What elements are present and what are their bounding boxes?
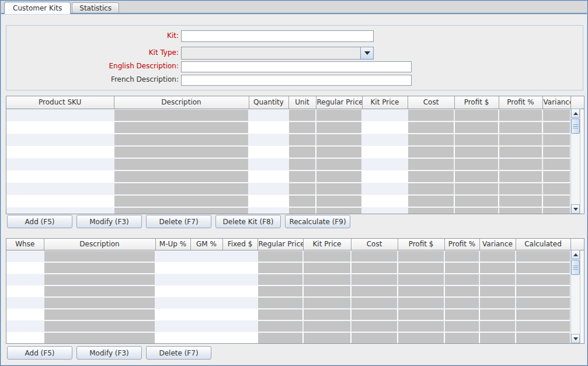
table-cell-cost[interactable] [408,146,454,158]
table-cell-cost[interactable] [351,332,398,344]
table-cell-fixed[interactable] [222,297,258,309]
table-cell-description[interactable] [114,109,249,121]
table-cell-regular-price[interactable] [316,134,362,146]
table-cell-regular-price[interactable] [316,170,362,183]
table-cell-profit[interactable] [398,309,444,320]
column-header-calculated[interactable]: Calculated [516,239,570,250]
table-cell-description[interactable] [114,121,249,134]
table-row[interactable] [6,285,584,297]
table-cell-variance[interactable] [479,320,516,332]
table-cell-profit[interactable] [444,285,479,297]
table-cell-m-up[interactable] [155,274,190,285]
column-header-cost[interactable]: Cost [408,96,454,109]
table-cell-profit[interactable] [454,158,499,170]
table-cell-m-up[interactable] [155,332,190,344]
table-cell-kit-price[interactable] [303,262,351,274]
table-cell-profit[interactable] [499,109,542,121]
table-cell-profit[interactable] [454,207,499,215]
tab-statistics[interactable]: Statistics [72,2,119,13]
table-cell-variance[interactable] [479,309,516,320]
column-header-profit[interactable]: Profit % [499,96,542,109]
table-row[interactable] [6,262,584,274]
table-cell-product-sku[interactable] [6,121,114,134]
table-cell-variance[interactable] [542,146,570,158]
column-header-regular-price[interactable]: Regular Price [258,239,303,250]
table-cell-product-sku[interactable] [6,183,114,195]
table-cell-calculated[interactable] [516,332,570,344]
table-cell-quantity[interactable] [249,183,288,195]
table-cell-m-up[interactable] [155,285,190,297]
column-header-variance[interactable]: Variance [479,239,516,250]
table-cell-whse[interactable] [6,332,44,344]
table-cell-regular-price[interactable] [258,332,303,344]
table-cell-cost[interactable] [408,158,454,170]
column-header-profit[interactable]: Profit $ [398,239,444,250]
table-cell-fixed[interactable] [222,262,258,274]
table-cell-product-sku[interactable] [6,134,114,146]
table-row[interactable] [6,250,584,262]
table-cell-regular-price[interactable] [258,320,303,332]
table-cell-cost[interactable] [351,250,398,262]
table-cell-calculated[interactable] [516,262,570,274]
table-cell-calculated[interactable] [516,285,570,297]
table-cell-profit[interactable] [444,320,479,332]
table-cell-quantity[interactable] [249,170,288,183]
table-cell-regular-price[interactable] [316,195,362,207]
table-cell-cost[interactable] [408,170,454,183]
table-cell-unit[interactable] [288,134,316,146]
add-f5-button[interactable]: Add (F5) [7,346,72,360]
delete-f7-button[interactable]: Delete (F7) [146,346,211,360]
table-cell-kit-price[interactable] [362,121,408,134]
table-cell-regular-price[interactable] [316,183,362,195]
table-cell-description[interactable] [44,309,155,320]
table-cell-profit[interactable] [444,297,479,309]
table-cell-kit-price[interactable] [303,297,351,309]
table-cell-profit[interactable] [499,134,542,146]
table-row[interactable] [6,207,584,215]
table-cell-profit[interactable] [454,170,499,183]
recalculate-f9-button[interactable]: Recalculate (F9) [285,215,350,228]
table-cell-product-sku[interactable] [6,109,114,121]
table-cell-fixed[interactable] [222,250,258,262]
table-cell-profit[interactable] [499,121,542,134]
table-cell-quantity[interactable] [249,121,288,134]
table-cell-regular-price[interactable] [316,146,362,158]
table-cell-kit-price[interactable] [303,285,351,297]
table-cell-unit[interactable] [288,207,316,215]
table-row[interactable] [6,309,584,320]
table-cell-kit-price[interactable] [303,274,351,285]
table-cell-product-sku[interactable] [6,158,114,170]
table-cell-description[interactable] [44,320,155,332]
table-cell-gm[interactable] [190,262,222,274]
table-row[interactable] [6,320,584,332]
table-cell-profit[interactable] [398,285,444,297]
table-cell-kit-price[interactable] [362,195,408,207]
table-cell-whse[interactable] [6,285,44,297]
tab-customer-kits[interactable]: Customer Kits [4,2,71,14]
column-header-kit-price[interactable]: Kit Price [362,96,408,109]
table-cell-description[interactable] [44,332,155,344]
column-header-fixed[interactable]: Fixed $ [222,239,258,250]
table-cell-unit[interactable] [288,183,316,195]
table-cell-kit-price[interactable] [362,134,408,146]
table-cell-variance[interactable] [479,297,516,309]
table-cell-unit[interactable] [288,146,316,158]
table-cell-profit[interactable] [444,274,479,285]
scrollbar-up-button[interactable] [571,250,580,259]
table-cell-product-sku[interactable] [6,170,114,183]
table-cell-cost[interactable] [408,195,454,207]
table-row[interactable] [6,121,584,134]
table-cell-product-sku[interactable] [6,207,114,215]
table-cell-calculated[interactable] [516,297,570,309]
column-header-gm[interactable]: GM % [190,239,222,250]
table-cell-regular-price[interactable] [316,109,362,121]
table-cell-fixed[interactable] [222,309,258,320]
table-cell-variance[interactable] [479,332,516,344]
table-cell-gm[interactable] [190,332,222,344]
table-cell-profit[interactable] [499,158,542,170]
table-cell-whse[interactable] [6,309,44,320]
table-cell-profit[interactable] [499,195,542,207]
table-cell-profit[interactable] [454,183,499,195]
table-cell-description[interactable] [44,297,155,309]
warehouse-pricing-scrollbar[interactable] [570,250,580,343]
